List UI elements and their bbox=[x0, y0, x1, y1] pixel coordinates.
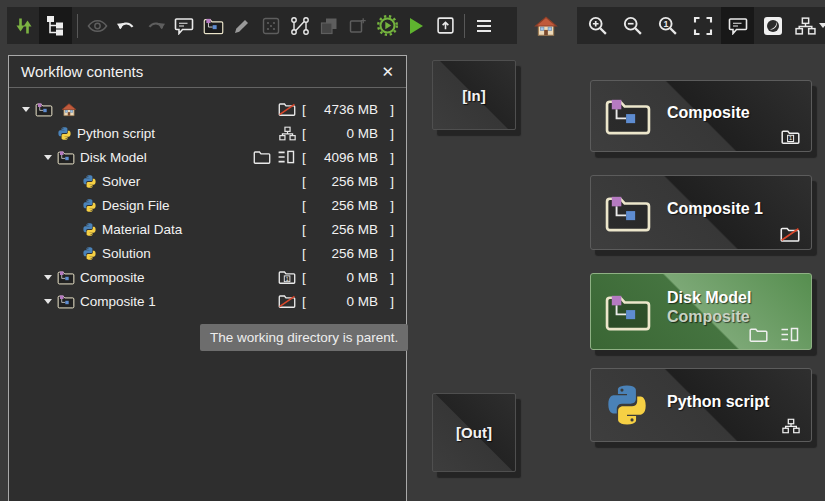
toolbar-separator bbox=[464, 14, 465, 38]
comment-toggle-button[interactable] bbox=[721, 7, 754, 44]
python-icon bbox=[57, 126, 72, 141]
node-python-script[interactable]: Python script bbox=[590, 368, 812, 442]
tooltip: The working directory is parent. bbox=[200, 324, 408, 351]
list-box-icon bbox=[780, 327, 800, 342]
tree-row-composite[interactable]: Composite [0 MB] bbox=[9, 265, 406, 289]
node-in[interactable]: [In] bbox=[432, 60, 516, 130]
node-composite-1[interactable]: Composite 1 bbox=[590, 175, 812, 250]
list-box-icon bbox=[277, 150, 296, 164]
workflow-folder-icon bbox=[604, 193, 652, 233]
comment-icon bbox=[174, 17, 194, 35]
size-field: [4096 MB] bbox=[302, 150, 394, 165]
size-field: [0 MB] bbox=[302, 126, 394, 141]
tree-row-solution[interactable]: Solution [256 MB] bbox=[9, 241, 406, 265]
zoom-out-icon bbox=[622, 15, 643, 36]
redo-icon bbox=[145, 19, 166, 33]
theme-button[interactable] bbox=[756, 7, 789, 44]
node-title: Composite 1 bbox=[667, 199, 763, 218]
menu-button[interactable] bbox=[470, 7, 498, 44]
size-field: [256 MB] bbox=[302, 174, 394, 189]
size-field: [4736 MB] bbox=[302, 102, 394, 117]
sort-arrows-icon bbox=[14, 16, 34, 36]
folder-one-icon bbox=[278, 270, 296, 284]
python-icon bbox=[82, 222, 97, 237]
hamburger-icon bbox=[476, 19, 492, 33]
node-label: [Out] bbox=[456, 424, 492, 441]
tree-row-python-script[interactable]: Python script [0 MB] bbox=[9, 121, 406, 145]
zoom-actual-button[interactable]: 1 bbox=[651, 7, 684, 44]
zoom-out-button[interactable] bbox=[616, 7, 649, 44]
tree-row-label: Solver bbox=[102, 174, 140, 189]
node-subtitle: Composite bbox=[667, 307, 751, 326]
collapse-caret-icon[interactable] bbox=[22, 107, 35, 112]
add-frame-button[interactable] bbox=[344, 7, 372, 44]
toolbar-separator bbox=[77, 14, 78, 38]
tree-row-composite-1[interactable]: Composite 1 [0 MB] bbox=[9, 289, 406, 313]
run-engine-icon bbox=[376, 14, 399, 37]
node-title: Disk Model Composite bbox=[667, 288, 751, 326]
tree-row-material-data[interactable]: Material Data [256 MB] bbox=[9, 217, 406, 241]
collapse-caret-icon[interactable] bbox=[44, 299, 57, 304]
graph-nodes-icon bbox=[290, 16, 310, 36]
play-icon bbox=[407, 16, 425, 36]
node-title-text: Disk Model bbox=[667, 288, 751, 307]
grid-icon bbox=[262, 17, 280, 35]
org-chart-icon bbox=[782, 418, 800, 434]
tree-row-root[interactable]: [4736 MB] bbox=[9, 97, 406, 121]
close-button[interactable]: ✕ bbox=[381, 63, 394, 81]
size-field: [256 MB] bbox=[302, 222, 394, 237]
svg-text:1: 1 bbox=[663, 19, 668, 29]
workflow-tree-icon bbox=[46, 15, 66, 36]
comment-button[interactable] bbox=[170, 7, 198, 44]
collapse-caret-icon[interactable] bbox=[44, 155, 57, 160]
tree-row-solver[interactable]: Solver [256 MB] bbox=[9, 169, 406, 193]
zoom-in-button[interactable] bbox=[581, 7, 614, 44]
collapse-caret-icon[interactable] bbox=[44, 275, 57, 280]
duplicate-button[interactable] bbox=[315, 7, 343, 44]
folder-icon bbox=[749, 327, 768, 342]
run-button[interactable] bbox=[402, 7, 430, 44]
grid-button[interactable] bbox=[257, 7, 285, 44]
export-button[interactable] bbox=[431, 7, 459, 44]
eye-icon bbox=[87, 19, 108, 33]
python-icon bbox=[82, 174, 97, 189]
visibility-button[interactable] bbox=[83, 7, 111, 44]
panel-title: Workflow contents bbox=[21, 63, 143, 80]
tree-row-label: Composite bbox=[80, 270, 145, 285]
fit-screen-button[interactable] bbox=[686, 7, 719, 44]
comment-icon bbox=[728, 17, 748, 35]
workflow-folder-icon bbox=[57, 270, 75, 285]
home-icon bbox=[61, 102, 77, 117]
layout-tree-button[interactable] bbox=[791, 7, 825, 44]
node-status bbox=[780, 226, 800, 242]
export-icon bbox=[436, 16, 455, 35]
sort-arrows-button[interactable] bbox=[10, 7, 38, 44]
node-out[interactable]: [Out] bbox=[432, 393, 516, 472]
tree-row-label: Design File bbox=[102, 198, 170, 213]
open-workflow-folder-button[interactable] bbox=[199, 7, 227, 44]
node-title: Python script bbox=[667, 391, 769, 410]
node-status bbox=[781, 129, 800, 144]
folder-one-icon bbox=[781, 129, 800, 144]
size-field: [256 MB] bbox=[302, 198, 394, 213]
tree-row-design-file[interactable]: Design File [256 MB] bbox=[9, 193, 406, 217]
pencil-icon bbox=[233, 17, 251, 35]
org-chart-icon bbox=[279, 126, 296, 141]
workflow-folder-icon bbox=[35, 102, 53, 117]
folder-crossed-icon bbox=[278, 102, 296, 116]
node-disk-model[interactable]: Disk Model Composite bbox=[590, 273, 812, 350]
node-composite[interactable]: Composite bbox=[590, 80, 812, 152]
size-field: [0 MB] bbox=[302, 294, 394, 309]
workflow-tree-button[interactable] bbox=[39, 7, 72, 44]
run-engine-button[interactable] bbox=[373, 7, 401, 44]
folder-crossed-icon bbox=[780, 226, 800, 242]
workflow-contents-panel: Workflow contents ✕ [4736 MB] Python scr… bbox=[8, 55, 407, 501]
redo-button[interactable] bbox=[141, 7, 169, 44]
home-button[interactable] bbox=[531, 11, 561, 41]
edit-button[interactable] bbox=[228, 7, 256, 44]
tree-row-label: Python script bbox=[77, 126, 155, 141]
workflow-folder-icon bbox=[604, 292, 652, 332]
tree-row-disk-model[interactable]: Disk Model [4096 MB] bbox=[9, 145, 406, 169]
undo-button[interactable] bbox=[112, 7, 140, 44]
graph-nodes-button[interactable] bbox=[286, 7, 314, 44]
